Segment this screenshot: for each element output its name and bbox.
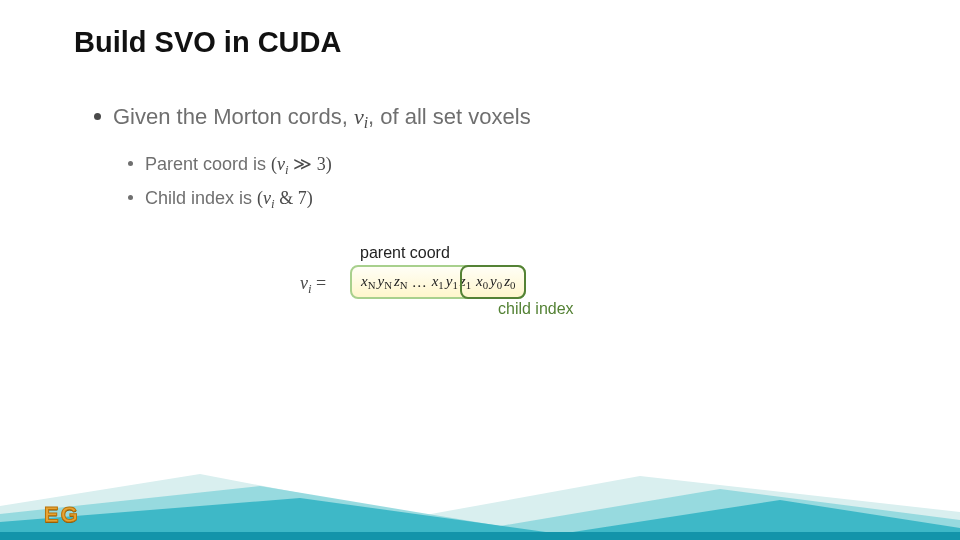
eg-logo-text: EG [44,502,80,527]
bits-leading: xNyNzN [360,273,409,291]
content-block: Given the Morton cords, vi, of all set v… [94,100,874,218]
var-v: v [263,188,271,208]
bullet-main-var: vi [354,104,368,129]
bullet-marker [128,161,133,166]
op-and: & 7 [275,188,307,208]
eg-logo: EG [44,502,88,530]
bit-term: x0 [476,273,488,289]
op-rshift: ≫ 3 [289,154,326,174]
bullet-marker [94,113,101,120]
bullet-sub-child: Child index is (vi & 7) [128,184,874,218]
footer-banner [0,444,960,540]
bit-term: zN [394,273,408,289]
paren-close: ) [326,154,332,174]
morton-bits-box: xNyNzN … x1y1z1 x0y0z0 [350,265,526,299]
bullet-main: Given the Morton cords, vi, of all set v… [94,100,874,140]
svg-marker-3 [0,532,960,540]
footer-graphic [0,444,960,540]
sub1-expr: (vi ≫ 3) [271,154,332,174]
bit-term: yN [377,273,391,289]
page-title: Build SVO in CUDA [74,26,341,59]
bit-term: z0 [504,273,515,289]
sub2-prefix: Child index is [145,188,257,208]
bits-mid: x1y1z1 [431,273,472,291]
slide: Build SVO in CUDA Given the Morton cords… [0,0,960,540]
bit-term: y0 [490,273,502,289]
bullet-main-text-prefix: Given the Morton cords, [113,104,354,129]
var-v: v [300,273,308,293]
bullet-sub-parent: Parent coord is (vi ≫ 3) [128,150,874,184]
bullet-main-text-suffix: , of all set voxels [368,104,531,129]
ellipsis: … [412,274,428,291]
equals-sign: = [312,273,327,293]
bit-term: xN [361,273,375,289]
sub1-prefix: Parent coord is [145,154,271,174]
bit-term: y1 [446,273,458,289]
parent-coord-label: parent coord [360,244,450,262]
vi-equals: vi = [300,273,326,297]
var-v: v [354,104,364,129]
bullet-marker [128,195,133,200]
bit-term: x1 [432,273,444,289]
bits-last: x0y0z0 [472,273,516,291]
sub2-expr: (vi & 7) [257,188,313,208]
var-v: v [277,154,285,174]
paren-close: ) [307,188,313,208]
bit-term: z1 [460,273,471,289]
child-index-label: child index [498,300,574,318]
